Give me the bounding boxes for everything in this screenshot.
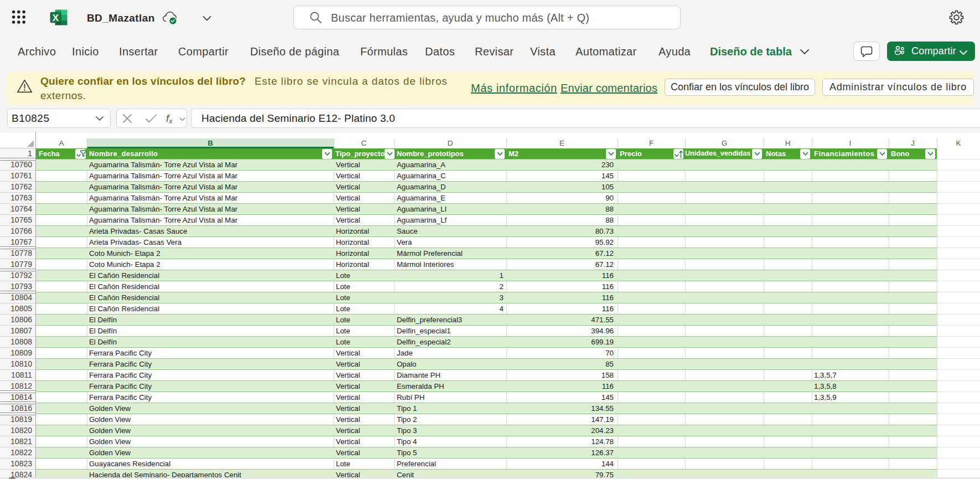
svg-text:X: X xyxy=(53,13,59,23)
